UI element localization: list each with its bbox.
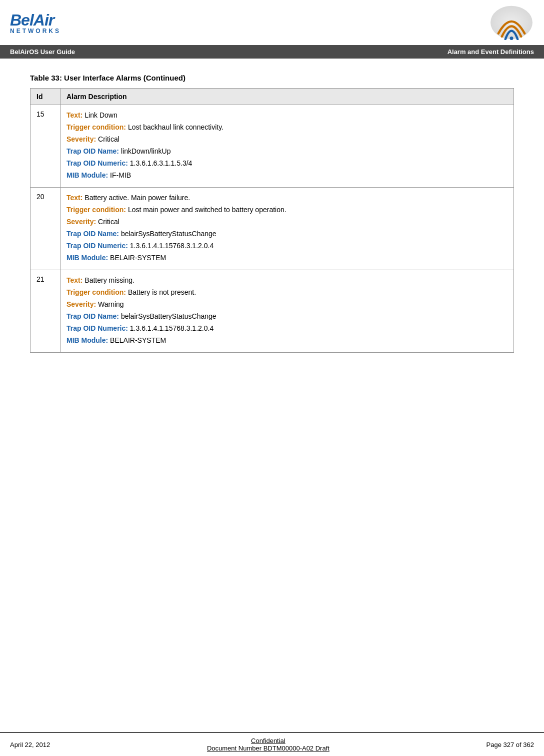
- field-value: Critical: [96, 218, 120, 226]
- field-label: Trap OID Name:: [66, 312, 119, 320]
- field-value: 1.3.6.1.4.1.15768.3.1.2.0.4: [128, 324, 214, 332]
- field-line: Trap OID Name: linkDown/linkUp: [66, 146, 508, 157]
- row-desc-cell: Text: Link DownTrigger condition: Lost b…: [60, 105, 514, 188]
- table-row: 21Text: Battery missing.Trigger conditio…: [30, 270, 514, 353]
- field-label: Severity:: [66, 218, 96, 226]
- field-label: Trigger condition:: [66, 206, 126, 214]
- main-content: Table 33: User Interface Alarms (Continu…: [0, 59, 544, 368]
- nav-right-label: Alarm and Event Definitions: [448, 48, 534, 56]
- footer-page: Page 327 of 362: [486, 741, 534, 748]
- page-footer: April 22, 2012 Confidential Document Num…: [0, 732, 544, 756]
- page-header: BelAir NETWORKS: [0, 0, 544, 45]
- row-id-cell: 20: [30, 188, 60, 270]
- field-line: Trap OID Numeric: 1.3.6.1.6.3.1.1.5.3/4: [66, 158, 508, 169]
- row-id-cell: 15: [30, 105, 60, 188]
- footer-center: Confidential Document Number BDTM00000-A…: [207, 737, 330, 752]
- belair-logo: BelAir: [10, 11, 61, 30]
- field-label: Trap OID Numeric:: [66, 324, 128, 332]
- field-line: Trigger condition: Battery is not presen…: [66, 287, 508, 298]
- field-line: Text: Battery missing.: [66, 275, 508, 286]
- nav-left-label: BelAirOS User Guide: [10, 48, 75, 56]
- col-id-header: Id: [30, 89, 60, 105]
- svg-point-1: [510, 37, 514, 40]
- field-label: Trap OID Numeric:: [66, 159, 128, 167]
- field-value: 1.3.6.1.4.1.15768.3.1.2.0.4: [128, 242, 214, 250]
- belair-logo-icon: [489, 5, 534, 40]
- footer-date: April 22, 2012: [10, 741, 50, 748]
- field-value: Battery active. Main power failure.: [82, 194, 190, 202]
- field-line: Severity: Critical: [66, 134, 508, 145]
- field-line: Severity: Critical: [66, 217, 508, 227]
- row-desc-cell: Text: Battery active. Main power failure…: [60, 188, 514, 270]
- field-label: Trigger condition:: [66, 288, 126, 296]
- field-line: Trap OID Numeric: 1.3.6.1.4.1.15768.3.1.…: [66, 323, 508, 334]
- table-row: 20Text: Battery active. Main power failu…: [30, 188, 514, 270]
- field-label: Text:: [66, 194, 82, 202]
- row-desc-cell: Text: Battery missing.Trigger condition:…: [60, 270, 514, 353]
- field-line: MIB Module: IF-MIB: [66, 170, 508, 181]
- table-row: 15Text: Link DownTrigger condition: Lost…: [30, 105, 514, 188]
- alarm-table: Id Alarm Description 15Text: Link DownTr…: [30, 88, 514, 353]
- footer-doc-number: Document Number BDTM00000-A02 Draft: [207, 744, 330, 752]
- col-desc-header: Alarm Description: [60, 89, 514, 105]
- field-line: MIB Module: BELAIR-SYSTEM: [66, 253, 508, 263]
- field-value: BELAIR-SYSTEM: [108, 254, 166, 262]
- field-label: Severity:: [66, 135, 96, 143]
- row-id-cell: 21: [30, 270, 60, 353]
- field-line: Trigger condition: Lost main power and s…: [66, 205, 508, 215]
- field-line: Severity: Warning: [66, 299, 508, 310]
- field-value: BELAIR-SYSTEM: [108, 336, 166, 344]
- footer-confidential: Confidential: [207, 737, 330, 744]
- field-label: Trap OID Name:: [66, 230, 119, 238]
- field-value: Lost main power and switched to battery …: [126, 206, 286, 214]
- field-label: Text:: [66, 276, 82, 284]
- field-value: Lost backhaul link connectivity.: [126, 123, 224, 131]
- field-line: Text: Link Down: [66, 110, 508, 121]
- field-line: MIB Module: BELAIR-SYSTEM: [66, 335, 508, 346]
- field-value: Battery missing.: [82, 276, 134, 284]
- table-title: Table 33: User Interface Alarms (Continu…: [30, 74, 514, 82]
- nav-bar: BelAirOS User Guide Alarm and Event Defi…: [0, 45, 544, 59]
- field-value: Battery is not present.: [126, 288, 196, 296]
- field-value: belairSysBatteryStatusChange: [119, 230, 216, 238]
- logo-area: BelAir NETWORKS: [10, 11, 61, 35]
- field-value: IF-MIB: [108, 171, 131, 179]
- table-header-row: Id Alarm Description: [30, 89, 514, 105]
- field-label: Trap OID Numeric:: [66, 242, 128, 250]
- field-line: Trap OID Numeric: 1.3.6.1.4.1.15768.3.1.…: [66, 241, 508, 251]
- field-value: Warning: [96, 300, 124, 308]
- field-label: Trap OID Name:: [66, 147, 119, 155]
- field-label: MIB Module:: [66, 336, 108, 344]
- field-label: MIB Module:: [66, 254, 108, 262]
- field-value: belairSysBatteryStatusChange: [119, 312, 216, 320]
- field-value: Link Down: [82, 111, 117, 119]
- field-value: Critical: [96, 135, 120, 143]
- field-line: Trap OID Name: belairSysBatteryStatusCha…: [66, 311, 508, 322]
- field-label: Trigger condition:: [66, 123, 126, 131]
- field-value: 1.3.6.1.6.3.1.1.5.3/4: [128, 159, 192, 167]
- field-label: Severity:: [66, 300, 96, 308]
- field-value: linkDown/linkUp: [119, 147, 170, 155]
- field-line: Text: Battery active. Main power failure…: [66, 193, 508, 203]
- networks-label: NETWORKS: [10, 28, 61, 35]
- field-label: Text:: [66, 111, 82, 119]
- field-line: Trap OID Name: belairSysBatteryStatusCha…: [66, 229, 508, 239]
- field-label: MIB Module:: [66, 171, 108, 179]
- field-line: Trigger condition: Lost backhaul link co…: [66, 122, 508, 133]
